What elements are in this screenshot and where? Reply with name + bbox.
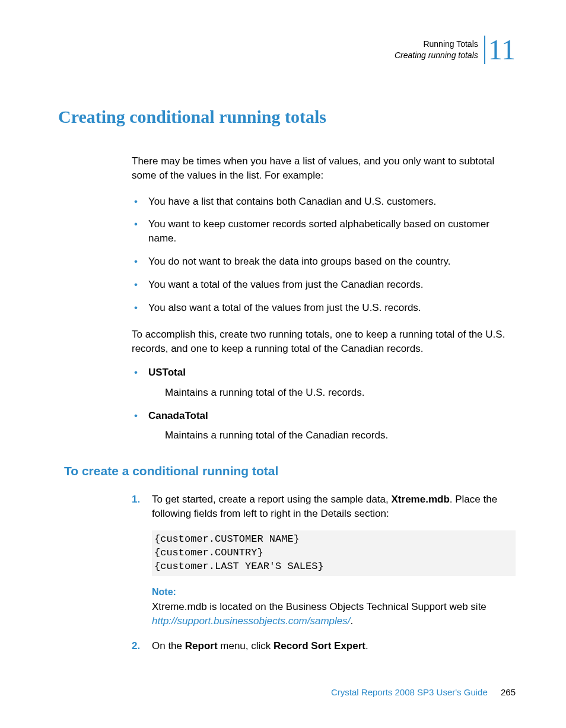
step-text: . [365, 640, 368, 651]
list-item: You also want a total of the values from… [132, 301, 516, 315]
header-divider [484, 36, 485, 64]
def-name: CanadaTotal [148, 410, 208, 421]
step-bold: Report [185, 640, 218, 651]
step-item: To get started, create a report using th… [132, 492, 516, 628]
step-bold: Xtreme.mdb [392, 494, 450, 505]
page-header: Running Totals Creating running totals 1… [58, 36, 516, 64]
step-text: To get started, create a report using th… [152, 494, 392, 505]
list-item: You have a list that contains both Canad… [132, 195, 516, 209]
footer-title: Crystal Reports 2008 SP3 User's Guide [331, 687, 488, 697]
chapter-number: 11 [488, 36, 516, 64]
heading-sub: To create a conditional running total [64, 464, 516, 478]
header-subtitle: Creating running totals [395, 50, 478, 61]
def-desc: Maintains a running total of the U.S. re… [165, 386, 516, 400]
note-label: Note: [152, 586, 516, 599]
bullet-list-example: You have a list that contains both Canad… [132, 195, 516, 315]
note-text: Xtreme.mdb is located on the Business Ob… [152, 600, 516, 628]
heading-main: Creating conditional running totals [58, 107, 516, 127]
note-post: . [351, 615, 354, 627]
footer-page-number: 265 [501, 687, 516, 697]
steps-list: To get started, create a report using th… [132, 492, 516, 653]
note-link[interactable]: http://support.businessobjects.com/sampl… [152, 615, 351, 627]
definition-list: USTotal Maintains a running total of the… [132, 365, 516, 443]
list-item: You want to keep customer records sorted… [132, 217, 516, 246]
header-title: Running Totals [395, 39, 478, 50]
step-text: On the [152, 640, 185, 651]
step-text: menu, click [218, 640, 274, 651]
step-item: On the Report menu, click Record Sort Ex… [132, 639, 516, 653]
page-footer: Crystal Reports 2008 SP3 User's Guide 26… [331, 687, 516, 697]
list-item: CanadaTotal Maintains a running total of… [132, 409, 516, 443]
def-name: USTotal [148, 367, 186, 378]
list-item: You do not want to break the data into g… [132, 255, 516, 269]
def-desc: Maintains a running total of the Canadia… [165, 428, 516, 443]
note-pre: Xtreme.mdb is located on the Business Ob… [152, 601, 486, 612]
list-item: USTotal Maintains a running total of the… [132, 365, 516, 400]
transition-paragraph: To accomplish this, create two running t… [132, 328, 516, 356]
intro-paragraph: There may be times when you have a list … [132, 154, 516, 183]
list-item: You want a total of the values from just… [132, 278, 516, 292]
step-bold: Record Sort Expert [274, 640, 365, 651]
code-block: {customer.CUSTOMER NAME} {customer.COUNT… [152, 530, 516, 576]
